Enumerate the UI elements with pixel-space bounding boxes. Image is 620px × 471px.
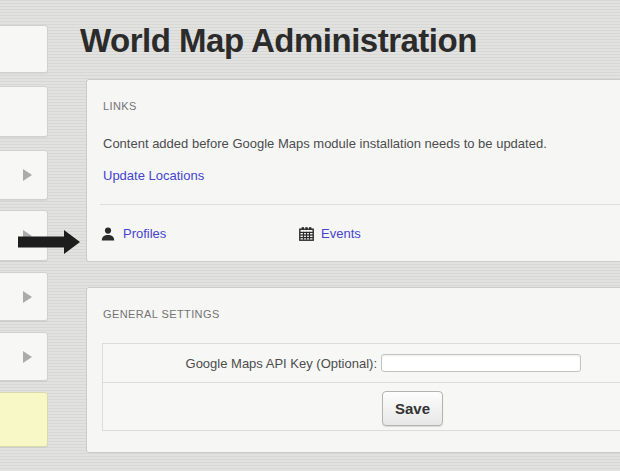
- sidebar-thumbnail-5[interactable]: [0, 272, 48, 321]
- api-key-label: Google Maps API Key (Optional):: [103, 356, 377, 371]
- sidebar-thumbnail-1[interactable]: [0, 25, 48, 73]
- expand-arrow-icon: [23, 169, 32, 181]
- links-divider: [100, 204, 620, 205]
- person-icon: [101, 227, 116, 241]
- api-key-input[interactable]: [381, 354, 581, 372]
- expand-arrow-icon: [23, 291, 32, 303]
- links-panel-heading: LINKS: [103, 100, 137, 112]
- save-button[interactable]: Save: [382, 391, 443, 426]
- update-locations-link[interactable]: Update Locations: [103, 168, 204, 183]
- expand-arrow-icon: [23, 351, 32, 363]
- profiles-shortcut[interactable]: Profiles: [101, 226, 166, 241]
- general-settings-heading: GENERAL SETTINGS: [103, 308, 220, 320]
- save-row: Save: [103, 383, 620, 431]
- general-settings-panel: GENERAL SETTINGS Google Maps API Key (Op…: [86, 287, 620, 453]
- events-link[interactable]: Events: [321, 226, 361, 241]
- sidebar-thumbnail-6[interactable]: [0, 332, 48, 381]
- settings-form: Google Maps API Key (Optional): Save: [102, 343, 620, 431]
- page-title: World Map Administration: [80, 22, 477, 60]
- sidebar-thumbnail-2[interactable]: [0, 86, 48, 137]
- api-key-row: Google Maps API Key (Optional):: [103, 344, 620, 383]
- annotation-arrow-icon: [18, 228, 82, 256]
- world-map-admin-page: World Map Administration LINKS Content a…: [0, 0, 620, 471]
- sidebar-thumbnail-highlighted[interactable]: [0, 392, 48, 447]
- links-panel: LINKS Content added before Google Maps m…: [86, 79, 620, 262]
- profiles-link[interactable]: Profiles: [123, 226, 166, 241]
- events-shortcut[interactable]: Events: [299, 226, 361, 241]
- links-description: Content added before Google Maps module …: [103, 136, 547, 151]
- sidebar-thumbnail-3[interactable]: [0, 150, 48, 200]
- calendar-icon: [299, 227, 314, 241]
